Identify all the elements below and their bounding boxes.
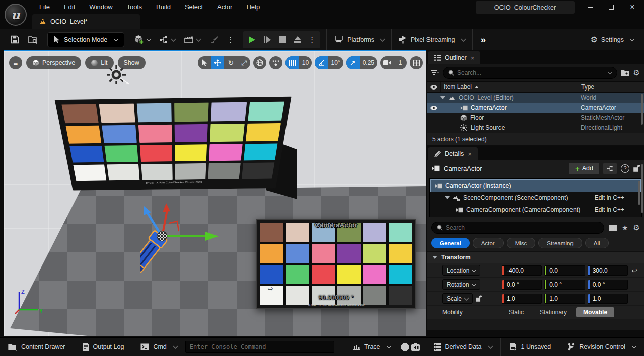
menu-select[interactable]: Select: [178, 0, 210, 14]
lit-dropdown[interactable]: Lit: [85, 56, 113, 69]
location-x-field[interactable]: -400.0: [502, 265, 542, 276]
new-folder-icon[interactable]: [621, 70, 629, 76]
scale-tool-button[interactable]: ⤢: [237, 56, 250, 69]
location-y-field[interactable]: 0.0: [544, 265, 585, 276]
reset-to-default-button[interactable]: ↩: [628, 266, 641, 275]
outliner-settings-gear-icon[interactable]: ⚙: [633, 68, 640, 77]
camera-speed-icon[interactable]: [380, 56, 394, 69]
cinematics-button[interactable]: [181, 32, 204, 47]
scale-z-field[interactable]: 1.0: [588, 294, 628, 304]
details-scrollbar[interactable]: [641, 164, 643, 213]
unsaved-button[interactable]: 1 Unsaved: [501, 338, 559, 356]
viewport[interactable]: sRGB - X-Rite ColorChecker Classic 2009 …: [4, 50, 426, 336]
location-dropdown[interactable]: Location: [442, 265, 480, 276]
filter-icon[interactable]: [431, 70, 439, 76]
edit-in-cpp-link[interactable]: Edit in C++: [595, 206, 624, 214]
scale-snap-value[interactable]: 0.25: [360, 56, 377, 69]
menu-tools[interactable]: Tools: [120, 0, 149, 14]
outliner-row-light-source[interactable]: Light SourceDirectionalLight: [427, 123, 644, 133]
colorchecker-board[interactable]: sRGB - X-Rite ColorChecker Classic 2009: [55, 97, 292, 191]
eye-icon[interactable]: [430, 85, 437, 90]
frame-skip-button[interactable]: [260, 33, 275, 47]
select-tool-button[interactable]: [198, 56, 211, 69]
quad-view-button[interactable]: [410, 56, 423, 69]
details-tab-general[interactable]: General: [431, 238, 470, 248]
rotation-snap-toggle[interactable]: [315, 56, 328, 69]
transform-section-header[interactable]: Transform: [427, 251, 644, 263]
outliner-row-ocio-level-editor-[interactable]: OCIO_Level (Editor)World: [427, 93, 644, 103]
outliner-row-cameraactor[interactable]: CameraActorCameraActor: [427, 103, 644, 113]
world-coordinate-button[interactable]: [253, 56, 266, 69]
rotation-dropdown[interactable]: Rotation: [442, 279, 480, 290]
rotation-y-field[interactable]: 0.0 °: [544, 280, 585, 290]
cmd-dropdown[interactable]: Cmd: [132, 338, 185, 356]
menu-help[interactable]: Help: [239, 0, 267, 14]
perspective-dropdown[interactable]: Perspective: [26, 56, 81, 69]
unreal-logo[interactable]: u: [5, 4, 27, 26]
close-button[interactable]: ×: [624, 1, 641, 13]
property-matrix-icon[interactable]: [609, 225, 617, 231]
menu-build[interactable]: Build: [149, 0, 178, 14]
details-search-input[interactable]: [446, 224, 599, 231]
minimize-button[interactable]: [582, 1, 599, 13]
selection-mode-dropdown[interactable]: Selection Mode: [47, 32, 124, 47]
menu-edit[interactable]: Edit: [57, 0, 82, 14]
play-options-kebab[interactable]: ⋮: [306, 35, 318, 44]
component-row-0[interactable]: CameraActor (Instance): [431, 180, 640, 192]
eject-button[interactable]: [291, 33, 305, 47]
details-tab-misc[interactable]: Misc: [507, 238, 536, 248]
unlock-icon[interactable]: [633, 165, 640, 172]
surface-snapping-button[interactable]: [269, 56, 282, 69]
trace-dropdown[interactable]: Trace: [344, 338, 399, 356]
component-row-1[interactable]: SceneComponent (SceneComponent)Edit in C…: [430, 192, 641, 204]
show-dropdown[interactable]: Show: [118, 56, 146, 69]
outliner-search-input[interactable]: [457, 69, 602, 76]
type-column[interactable]: Type: [578, 82, 644, 92]
edit-blueprint-button[interactable]: [603, 163, 617, 174]
edit-in-cpp-link[interactable]: Edit in C++: [595, 194, 624, 202]
translate-tool-button[interactable]: [211, 56, 224, 69]
grid-snap-value[interactable]: 10: [299, 56, 312, 69]
screenshot-icon[interactable]: [411, 343, 420, 351]
console-command-input[interactable]: [185, 341, 334, 353]
save-button[interactable]: [7, 32, 23, 47]
mobility-movable[interactable]: Movable: [576, 307, 614, 317]
maximize-button[interactable]: [603, 1, 620, 13]
pixel-streaming-dropdown[interactable]: Pixel Streaming: [394, 32, 470, 47]
stop-button[interactable]: [276, 33, 290, 47]
mobility-static[interactable]: Static: [502, 307, 531, 317]
expander-arrow-icon[interactable]: [440, 96, 445, 99]
play-button[interactable]: [245, 33, 259, 47]
camera-actor-gizmo[interactable]: [140, 202, 228, 298]
help-icon[interactable]: ?: [621, 164, 629, 173]
camera-preview-window[interactable]: CameraActor 90.000000 ° sRGB - X-Rite Co…: [256, 219, 416, 309]
viewport-menu-button[interactable]: ≡: [9, 56, 22, 69]
scale-y-field[interactable]: 1.0: [544, 294, 585, 304]
add-component-button[interactable]: +Add: [569, 163, 599, 174]
outliner-scrollbar[interactable]: [641, 94, 643, 125]
camera-speed-value[interactable]: 1: [394, 56, 407, 69]
rotate-tool-button[interactable]: ↻: [224, 56, 237, 69]
outliner-close-icon[interactable]: ×: [471, 54, 475, 62]
expander-arrow-icon[interactable]: [445, 196, 450, 199]
favorites-star-icon[interactable]: ★: [622, 224, 628, 232]
outliner-tab[interactable]: Outliner ×: [428, 51, 480, 64]
scale-snap-toggle[interactable]: ↗: [346, 56, 360, 69]
details-tab-actor[interactable]: Actor: [473, 238, 504, 248]
modes-brush-button[interactable]: [206, 32, 222, 47]
derived-data-dropdown[interactable]: Derived Data: [425, 338, 500, 356]
menu-file[interactable]: File: [32, 0, 57, 14]
mobility-stationary[interactable]: Stationary: [533, 307, 574, 317]
rotation-x-field[interactable]: 0.0 °: [502, 280, 542, 290]
chevron-down-icon[interactable]: [607, 70, 612, 75]
add-actor-button[interactable]: [130, 32, 154, 47]
details-settings-gear-icon[interactable]: ⚙: [633, 223, 640, 232]
rotation-z-field[interactable]: 0.0 °: [588, 280, 628, 290]
level-tab[interactable]: OCIO_Level*: [32, 14, 140, 29]
scale-unlock-icon[interactable]: [476, 295, 482, 302]
details-tab-all[interactable]: All: [585, 238, 609, 248]
component-tree-scrollbar[interactable]: [638, 181, 640, 205]
blueprints-button[interactable]: [156, 32, 179, 47]
outliner-column-header[interactable]: Item Label Type: [427, 81, 644, 93]
scale-dropdown[interactable]: Scale: [442, 293, 473, 304]
